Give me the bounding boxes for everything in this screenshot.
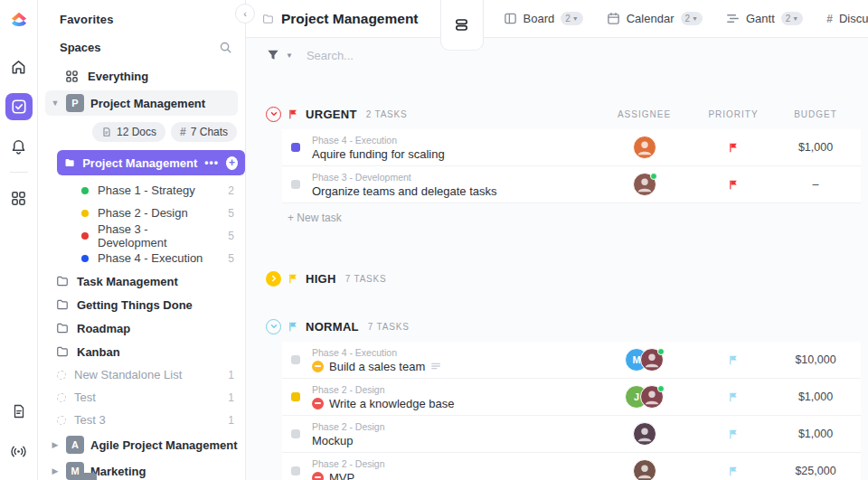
chevron-down-icon[interactable]: ▼ bbox=[51, 99, 60, 108]
sidebar-folder-item[interactable]: Task Management bbox=[38, 269, 245, 293]
avatar[interactable] bbox=[633, 173, 656, 196]
assignee-cell[interactable]: J bbox=[592, 385, 696, 409]
priority-flag-icon bbox=[288, 273, 298, 285]
sidebar-item-everything[interactable]: Everything bbox=[38, 63, 245, 89]
sidebar-space-item[interactable]: ▶ A Agile Project Management bbox=[45, 432, 238, 457]
task-row[interactable]: Phase 2 - Design Mockup $1,000 bbox=[282, 416, 861, 453]
sidebar-phase-item[interactable]: Phase 4 - Execution 5 bbox=[38, 247, 245, 269]
task-row[interactable]: Phase 2 - Design Write a knowledge base … bbox=[282, 379, 861, 416]
sidebar-folder-item[interactable]: Getting Things Done bbox=[38, 293, 245, 316]
task-flag-badge-icon bbox=[312, 398, 324, 409]
sidebar-phase-item[interactable]: Phase 1 - Strategy 2 bbox=[38, 179, 245, 202]
sidebar-list-item[interactable]: Test 3 1 bbox=[38, 409, 245, 431]
assignee-cell[interactable] bbox=[592, 173, 696, 196]
group-header[interactable]: URGENT 2 TASKS ASSIGNEE PRIORITY BUDGET bbox=[266, 105, 861, 123]
assignee-cell[interactable] bbox=[592, 459, 696, 480]
tab-count-badge[interactable]: 2▼ bbox=[561, 12, 583, 25]
task-status-icon[interactable] bbox=[291, 180, 300, 189]
budget-cell[interactable]: $25,000 bbox=[770, 465, 861, 477]
tab-count-badge[interactable]: 2▼ bbox=[781, 12, 804, 25]
add-icon[interactable]: + bbox=[226, 156, 238, 170]
spaces-section-label[interactable]: Spaces bbox=[60, 41, 101, 54]
task-flag-badge-icon bbox=[312, 361, 324, 372]
tab-list-view-selected[interactable] bbox=[440, 0, 484, 51]
avatar[interactable] bbox=[640, 385, 664, 409]
tab-calendar[interactable]: Calendar2▼ bbox=[607, 12, 703, 25]
task-row[interactable]: Phase 4 - Execution Aquire funding for s… bbox=[282, 129, 861, 166]
budget-cell[interactable]: – bbox=[770, 178, 861, 191]
priority-cell[interactable] bbox=[696, 179, 770, 191]
sidebar-folder-item[interactable]: Roadmap bbox=[38, 316, 245, 340]
task-row[interactable]: Phase 3 - Development Organize teams and… bbox=[282, 166, 861, 203]
folder-icon bbox=[64, 156, 75, 169]
task-row[interactable]: Phase 2 - Design MVP $25,000 bbox=[282, 453, 861, 480]
chevron-down-icon[interactable] bbox=[266, 107, 281, 122]
folder-icon bbox=[262, 12, 274, 26]
budget-cell[interactable]: $1,000 bbox=[770, 428, 861, 440]
phase-name: Phase 2 - Design bbox=[98, 206, 188, 220]
sidebar-list-item[interactable]: New Standalone List 1 bbox=[38, 363, 245, 386]
priority-cell[interactable] bbox=[696, 354, 770, 366]
sidebar-phase-item[interactable]: Phase 2 - Design 5 bbox=[38, 202, 245, 224]
task-row[interactable]: Phase 4 - Execution Build a sales team M… bbox=[282, 342, 861, 379]
chats-chip[interactable]: # 7 Chats bbox=[171, 122, 237, 142]
person-avatar-icon bbox=[634, 422, 656, 446]
task-status-icon[interactable] bbox=[291, 143, 300, 152]
docs-chip[interactable]: 12 Docs bbox=[92, 122, 165, 142]
group-header[interactable]: HIGH 7 TASKS bbox=[266, 269, 861, 287]
chevron-down-icon: ▼ bbox=[692, 15, 698, 22]
search-input[interactable]: Search... bbox=[307, 49, 354, 62]
assignee-cell[interactable] bbox=[592, 136, 696, 159]
notifications-button[interactable] bbox=[5, 133, 33, 160]
priority-cell[interactable] bbox=[696, 466, 770, 477]
tab-count-badge[interactable]: 2▼ bbox=[681, 12, 703, 25]
favorites-section-label[interactable]: Favorites bbox=[38, 7, 245, 35]
task-status-icon[interactable] bbox=[291, 355, 300, 364]
task-status-icon[interactable] bbox=[291, 429, 300, 438]
avatar[interactable] bbox=[633, 136, 656, 159]
sidebar-list-project-management-selected[interactable]: Project Management ••• + bbox=[57, 150, 245, 175]
assignee-cell[interactable] bbox=[592, 422, 696, 446]
sidebar-list-item[interactable]: Test 1 bbox=[38, 386, 245, 409]
collapse-sidebar-button[interactable]: ‹ bbox=[235, 4, 255, 24]
avatar[interactable] bbox=[633, 422, 656, 446]
docs-button[interactable] bbox=[5, 398, 33, 425]
priority-cell[interactable] bbox=[696, 391, 770, 403]
filter-funnel-icon[interactable] bbox=[267, 49, 279, 61]
home-button[interactable] bbox=[5, 53, 33, 80]
chevron-right-icon[interactable]: ▶ bbox=[51, 466, 60, 475]
tab-gantt[interactable]: Gantt2▼ bbox=[726, 12, 803, 25]
budget-cell[interactable]: $1,000 bbox=[770, 391, 861, 403]
tab-discussion[interactable]: #Discussion bbox=[826, 12, 868, 25]
avatar[interactable] bbox=[640, 348, 664, 372]
group-header[interactable]: NORMAL 7 TASKS bbox=[266, 317, 861, 335]
clickup-logo[interactable] bbox=[7, 9, 31, 33]
more-options-icon[interactable]: ••• bbox=[204, 156, 219, 169]
priority-cell[interactable] bbox=[696, 428, 770, 440]
online-status-dot bbox=[657, 348, 665, 355]
task-status-icon[interactable] bbox=[291, 392, 300, 401]
folder-list: Task Management Getting Things Done Road… bbox=[38, 269, 245, 363]
sidebar-phase-item[interactable]: Phase 3 - Development 5 bbox=[38, 224, 245, 247]
chevron-right-icon[interactable] bbox=[266, 271, 281, 287]
new-task-button[interactable]: + New task bbox=[288, 212, 861, 224]
tasks-button[interactable] bbox=[5, 93, 33, 120]
chevron-down-icon[interactable] bbox=[266, 319, 281, 334]
pulse-button[interactable] bbox=[5, 438, 33, 465]
sidebar-space-project-management[interactable]: ▼ P Project Management bbox=[45, 90, 238, 116]
chevron-down-icon[interactable]: ▼ bbox=[286, 52, 293, 60]
task-status-icon[interactable] bbox=[291, 466, 300, 475]
avatar[interactable] bbox=[633, 459, 656, 480]
phase-list: Phase 1 - Strategy 2 Phase 2 - Design 5 … bbox=[38, 179, 245, 269]
dashboards-button[interactable] bbox=[5, 184, 33, 212]
sidebar-folder-item[interactable]: Kanban bbox=[38, 340, 245, 363]
tab-board[interactable]: Board2▼ bbox=[504, 12, 583, 25]
task-title: Build a sales team bbox=[329, 360, 425, 373]
budget-cell[interactable]: $10,000 bbox=[770, 353, 861, 366]
search-icon[interactable] bbox=[219, 41, 232, 54]
assignee-cell[interactable]: M bbox=[592, 348, 696, 372]
chevron-right-icon[interactable]: ▶ bbox=[51, 440, 60, 449]
priority-cell[interactable] bbox=[696, 142, 770, 154]
list-status-icon bbox=[57, 393, 66, 402]
budget-cell[interactable]: $1,000 bbox=[770, 141, 861, 154]
